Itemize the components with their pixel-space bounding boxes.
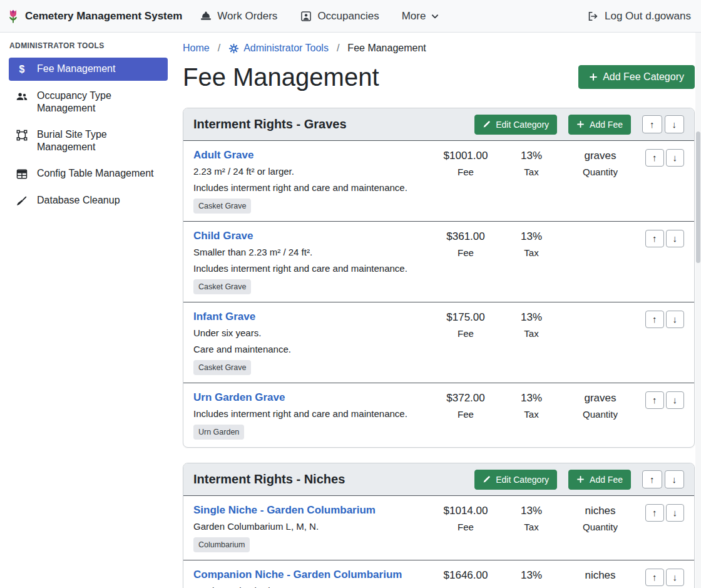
fee-row: Single Niche - Garden Columbarium Garden… <box>183 496 694 560</box>
fee-name-link[interactable]: Child Grave <box>193 230 253 242</box>
add-fee-button[interactable]: Add Fee <box>568 115 631 135</box>
fee-description: Includes interment right and care and ma… <box>193 182 426 193</box>
tax-value: 13% <box>500 230 563 243</box>
tax-value: 13% <box>500 505 563 517</box>
quantity-column: graves Quantity <box>563 390 638 420</box>
move-fee-up-button[interactable]: ↑ <box>645 504 664 522</box>
fee-amount-column: $175.00 Fee <box>431 309 500 339</box>
move-fee-up-button[interactable]: ↑ <box>645 391 664 409</box>
app-brand[interactable]: Cemetery Management System <box>6 8 182 24</box>
tax-label: Tax <box>500 167 563 177</box>
fee-category-header: Interment Rights - Niches Edit Category … <box>183 463 694 496</box>
move-category-up-button[interactable]: ↑ <box>642 470 662 489</box>
fee-name-link[interactable]: Companion Niche - Garden Columbarium <box>193 569 402 581</box>
edit-category-button[interactable]: Edit Category <box>474 115 557 135</box>
fee-name-link[interactable]: Adult Grave <box>193 149 253 162</box>
breadcrumb-admin-tools-label: Administrator Tools <box>243 43 329 54</box>
quantity-column: graves Quantity <box>563 148 638 177</box>
fee-info: Adult Grave 2.23 m² / 24 ft² or larger. … <box>193 148 431 214</box>
move-fee-down-button[interactable]: ↓ <box>666 504 685 522</box>
add-fee-category-button[interactable]: Add Fee Category <box>578 65 695 89</box>
app-title: Cemetery Management System <box>25 10 182 23</box>
sidebar-item-label: Burial Site Type Management <box>37 128 161 153</box>
fee-reorder-buttons: ↑ ↓ <box>638 503 684 522</box>
fee-name-link[interactable]: Infant Grave <box>193 311 255 323</box>
fee-reorder-buttons: ↑ ↓ <box>638 148 684 167</box>
move-fee-down-button[interactable]: ↓ <box>666 569 685 586</box>
sidebar-item-label: Occupancy Type Management <box>37 90 161 115</box>
fee-reorder-buttons: ↑ ↓ <box>638 229 684 247</box>
move-category-up-button[interactable]: ↑ <box>642 115 662 134</box>
fee-description: Garden Columbarium L, M, N, <box>193 585 426 588</box>
fee-amount-column: $372.00 Fee <box>431 390 500 420</box>
fee-amount: $1001.00 <box>431 150 500 162</box>
breadcrumb-admin-tools[interactable]: Administrator Tools <box>228 43 329 54</box>
fee-info: Urn Garden Grave Includes interment righ… <box>193 390 431 440</box>
move-fee-down-button[interactable]: ↓ <box>666 311 685 328</box>
scrollbar-thumb[interactable] <box>696 132 700 263</box>
fee-name-link[interactable]: Single Niche - Garden Columbarium <box>193 504 376 517</box>
nav-more[interactable]: More <box>402 10 440 23</box>
breadcrumb-home[interactable]: Home <box>183 43 210 54</box>
sidebar-item-occupancy-type[interactable]: Occupancy Type Management <box>9 85 168 120</box>
move-fee-down-button[interactable]: ↓ <box>666 149 685 167</box>
broom-icon <box>15 195 29 207</box>
edit-category-button[interactable]: Edit Category <box>474 470 557 490</box>
fee-row: Adult Grave 2.23 m² / 24 ft² or larger. … <box>183 141 694 221</box>
fee-amount-column: $361.00 Fee <box>431 229 500 258</box>
add-fee-category-label: Add Fee Category <box>603 71 684 83</box>
main-content: Home / Administrator Tools / Fee Managem… <box>175 33 701 588</box>
add-fee-button[interactable]: Add Fee <box>568 470 631 490</box>
tax-value: 13% <box>500 392 563 405</box>
quantity-label: Quantity <box>563 522 638 532</box>
tax-column: 13% Tax <box>500 567 563 588</box>
move-fee-up-button[interactable]: ↑ <box>645 149 664 167</box>
fee-amount-column: $1646.00 Fee <box>431 567 500 588</box>
move-fee-down-button[interactable]: ↓ <box>666 230 685 247</box>
fee-info: Companion Niche - Garden Columbarium Gar… <box>193 567 431 588</box>
fee-row: Infant Grave Under six years. Care and m… <box>183 302 694 383</box>
move-fee-up-button[interactable]: ↑ <box>645 311 664 328</box>
move-fee-down-button[interactable]: ↓ <box>666 391 685 409</box>
fee-row: Urn Garden Grave Includes interment righ… <box>183 383 694 447</box>
move-fee-up-button[interactable]: ↑ <box>645 569 664 586</box>
fee-reorder-buttons: ↑ ↓ <box>638 390 684 409</box>
fee-amount: $1646.00 <box>431 569 500 582</box>
fee-amount-column: $1001.00 Fee <box>431 148 500 177</box>
nav-work-orders[interactable]: Work Orders <box>200 10 277 23</box>
fee-amount-column: $1014.00 Fee <box>431 503 500 532</box>
fee-amount-label: Fee <box>431 409 500 420</box>
tax-value: 13% <box>500 569 563 582</box>
tax-column: 13% Tax <box>500 390 563 420</box>
sidebar-item-config-table[interactable]: Config Table Management <box>9 162 168 185</box>
tax-label: Tax <box>500 328 563 339</box>
quantity-value: graves <box>563 150 638 162</box>
fee-row: Child Grave Smaller than 2.23 m² / 24 ft… <box>183 221 694 302</box>
sidebar-item-burial-site-type[interactable]: Burial Site Type Management <box>9 123 168 158</box>
nav-occupancies[interactable]: Occupancies <box>300 10 379 23</box>
quantity-value: niches <box>563 505 638 517</box>
quantity-label: Quantity <box>563 167 638 177</box>
sidebar-item-database-cleanup[interactable]: Database Cleanup <box>9 189 168 212</box>
move-category-down-button[interactable]: ↓ <box>665 115 685 134</box>
logout-button[interactable]: Log Out d.gowans <box>586 10 691 23</box>
people-icon <box>15 90 29 103</box>
sidebar-item-fee-management[interactable]: $ Fee Management <box>9 58 168 81</box>
move-category-down-button[interactable]: ↓ <box>665 470 685 489</box>
fee-category-title: Interment Rights - Graves <box>193 117 463 132</box>
fee-name-link[interactable]: Urn Garden Grave <box>193 391 285 404</box>
tax-label: Tax <box>500 522 563 532</box>
pencil-icon <box>483 475 491 483</box>
vector-square-icon <box>15 129 29 142</box>
edit-category-label: Edit Category <box>496 120 549 130</box>
quantity-value: graves <box>563 392 638 405</box>
tax-column: 13% Tax <box>500 503 563 532</box>
nav-more-label: More <box>402 10 426 23</box>
move-fee-up-button[interactable]: ↑ <box>645 230 664 247</box>
fee-amount: $372.00 <box>431 392 500 405</box>
tulip-logo-icon <box>6 8 20 24</box>
tax-column: 13% Tax <box>500 309 563 339</box>
breadcrumb-separator: / <box>329 43 347 54</box>
plus-icon <box>589 73 598 81</box>
scrollbar-track[interactable] <box>695 33 701 588</box>
